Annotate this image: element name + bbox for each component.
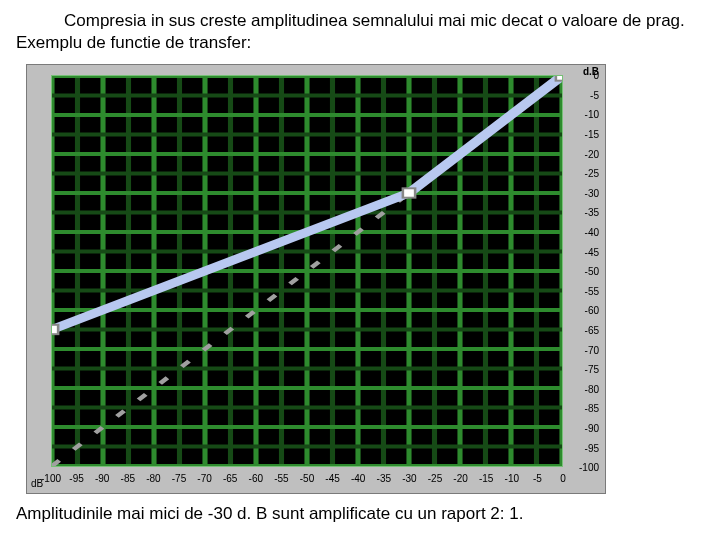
x-tick-label: -40 xyxy=(351,473,365,484)
y-tick-label: -35 xyxy=(585,207,599,218)
svg-rect-44 xyxy=(556,76,562,81)
y-tick-label: -20 xyxy=(585,148,599,159)
plot-area xyxy=(51,75,563,467)
x-tick-label: -95 xyxy=(69,473,83,484)
intro-paragraph: Compresia in sus creste amplitudinea sem… xyxy=(16,10,704,54)
y-axis-ticks: 0-5-10-15-20-25-30-35-40-45-50-55-60-65-… xyxy=(567,75,601,467)
x-tick-label: -70 xyxy=(197,473,211,484)
y-tick-label: -50 xyxy=(585,266,599,277)
x-tick-label: -60 xyxy=(249,473,263,484)
x-tick-label: -20 xyxy=(453,473,467,484)
document-page: Compresia in sus creste amplitudinea sem… xyxy=(0,0,720,534)
y-tick-label: -15 xyxy=(585,128,599,139)
caption-text: Amplitudinile mai mici de -30 d. B sunt … xyxy=(16,504,704,524)
y-axis-unit-label: d.B xyxy=(583,66,599,77)
y-tick-label: -90 xyxy=(585,422,599,433)
x-tick-label: -85 xyxy=(121,473,135,484)
x-tick-label: -45 xyxy=(325,473,339,484)
y-tick-label: -100 xyxy=(579,462,599,473)
svg-rect-42 xyxy=(52,325,58,334)
x-tick-label: -35 xyxy=(377,473,391,484)
x-tick-label: -55 xyxy=(274,473,288,484)
y-tick-label: -70 xyxy=(585,344,599,355)
y-tick-label: -85 xyxy=(585,403,599,414)
y-tick-label: -95 xyxy=(585,442,599,453)
x-tick-label: -30 xyxy=(402,473,416,484)
y-tick-label: -75 xyxy=(585,364,599,375)
y-tick-label: -80 xyxy=(585,383,599,394)
x-tick-label: -25 xyxy=(428,473,442,484)
y-tick-label: -10 xyxy=(585,109,599,120)
x-tick-label: -5 xyxy=(533,473,542,484)
y-tick-label: -45 xyxy=(585,246,599,257)
plot-svg xyxy=(52,76,562,466)
x-axis-ticks: -100-95-90-85-80-75-70-65-60-55-50-45-40… xyxy=(51,471,563,489)
x-tick-label: -100 xyxy=(41,473,61,484)
y-tick-label: -55 xyxy=(585,285,599,296)
x-tick-label: -90 xyxy=(95,473,109,484)
x-tick-label: -10 xyxy=(505,473,519,484)
y-tick-label: -60 xyxy=(585,305,599,316)
svg-rect-43 xyxy=(403,189,415,198)
y-tick-label: -25 xyxy=(585,168,599,179)
transfer-function-chart: 0-5-10-15-20-25-30-35-40-45-50-55-60-65-… xyxy=(26,64,606,494)
y-tick-label: -40 xyxy=(585,226,599,237)
intro-text: Compresia in sus creste amplitudinea sem… xyxy=(16,11,685,52)
x-tick-label: -65 xyxy=(223,473,237,484)
x-tick-label: 0 xyxy=(560,473,566,484)
x-tick-label: -80 xyxy=(146,473,160,484)
y-tick-label: -30 xyxy=(585,187,599,198)
x-tick-label: -15 xyxy=(479,473,493,484)
y-tick-label: -5 xyxy=(590,89,599,100)
x-tick-label: -75 xyxy=(172,473,186,484)
x-tick-label: -50 xyxy=(300,473,314,484)
y-tick-label: -65 xyxy=(585,324,599,335)
x-axis-unit-label: dB xyxy=(31,478,43,489)
